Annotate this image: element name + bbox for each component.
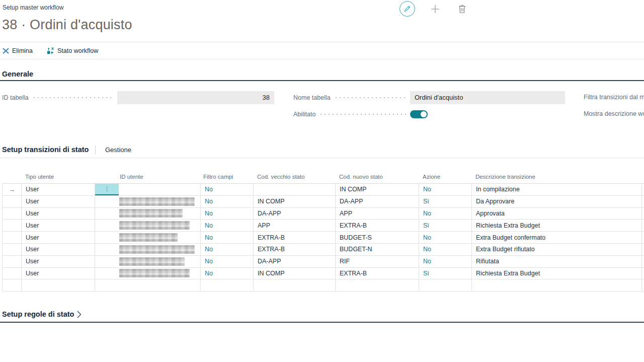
cell-cod-vecchio[interactable]: IN COMP — [254, 196, 336, 207]
cell-id-utente[interactable] — [95, 232, 201, 243]
id-tabella-input[interactable]: 38 — [117, 91, 274, 104]
censored-user-id[interactable] — [119, 257, 185, 266]
row-indicator-cell — [3, 196, 22, 207]
cell-tipo-utente[interactable]: User — [22, 220, 95, 231]
cell-filtro-campi[interactable] — [201, 279, 254, 291]
censored-user-id[interactable] — [119, 245, 195, 254]
cell-azione[interactable]: No — [419, 232, 472, 243]
cell-tipo-utente[interactable]: User — [22, 196, 95, 207]
stato-workflow-action[interactable]: Stato workflow — [47, 47, 98, 54]
cell-cod-nuovo[interactable]: EXTRA-B — [336, 220, 419, 231]
cell-cod-nuovo[interactable]: DA-APP — [336, 196, 419, 207]
column-header-cod-nuovo[interactable]: Cod. nuovo stato — [335, 170, 419, 183]
nome-tabella-input[interactable]: Ordini d'acquisto — [410, 91, 565, 104]
cell-filtro-campi[interactable]: No — [201, 244, 254, 255]
cell-filtro-campi[interactable]: No — [201, 220, 254, 231]
cell-azione[interactable]: Sì — [419, 268, 472, 279]
filler-cell — [642, 220, 644, 231]
cell-tipo-utente[interactable]: User — [22, 232, 95, 243]
cell-cod-nuovo[interactable]: EXTRA-B — [336, 268, 419, 279]
cell-tipo-utente[interactable]: User — [22, 268, 95, 279]
selected-cell[interactable]: ⋮ — [95, 184, 119, 195]
cell-cod-nuovo[interactable] — [336, 279, 419, 291]
cell-cod-nuovo[interactable]: APP — [336, 208, 419, 220]
column-header-filtro-campi[interactable]: Filtro campi — [200, 170, 253, 183]
cell-cod-vecchio[interactable]: APP — [254, 220, 336, 231]
cell-cod-nuovo[interactable]: IN COMP — [336, 184, 419, 195]
cell-descrizione[interactable] — [472, 279, 642, 291]
field-abilitato: Abilitato — [293, 107, 565, 121]
abilitato-toggle[interactable] — [410, 110, 428, 118]
cell-id-utente[interactable] — [95, 196, 201, 207]
table-row: UserNoAPPEXTRA-BSìRichiesta Extra Budget — [2, 220, 644, 232]
cell-tipo-utente[interactable]: User — [22, 256, 95, 267]
cell-filtro-campi[interactable]: No — [201, 268, 254, 279]
cell-cod-vecchio[interactable]: EXTRA-B — [254, 232, 336, 243]
cell-azione[interactable]: Sì — [419, 220, 472, 231]
censored-user-id[interactable] — [119, 221, 190, 230]
censored-user-id[interactable] — [119, 209, 183, 218]
nome-tabella-label: Nome tabella — [293, 94, 331, 101]
dotted-leader — [334, 94, 407, 101]
edit-button[interactable] — [399, 1, 415, 17]
censored-user-id[interactable] — [119, 269, 190, 277]
cell-descrizione[interactable]: In compilazione — [472, 184, 642, 195]
cell-cod-vecchio[interactable]: DA-APP — [254, 208, 336, 220]
gestione-menu[interactable]: Gestione — [105, 146, 131, 154]
delete-button[interactable] — [456, 3, 467, 15]
cell-descrizione[interactable]: Da Approvare — [472, 196, 642, 207]
filtra-transizioni-label: Filtra transizioni dal m — [584, 94, 644, 101]
cell-cod-vecchio[interactable]: DA-APP — [254, 256, 336, 267]
elimina-label: Elimina — [12, 47, 33, 54]
column-header-descrizione[interactable]: Descrizione transizione — [471, 170, 641, 183]
cell-azione[interactable] — [419, 279, 472, 291]
cell-id-utente[interactable] — [95, 256, 201, 267]
section-setup-regole[interactable]: Setup regole di stato — [2, 310, 82, 318]
elimina-action[interactable]: Elimina — [3, 47, 33, 54]
cell-cod-vecchio[interactable]: EXTRA-B — [254, 244, 336, 255]
column-header-tipo-utente[interactable]: Tipo utente — [21, 170, 95, 183]
cell-cod-nuovo[interactable]: BUDGET-N — [336, 244, 419, 255]
cell-descrizione[interactable]: Extra Budget rifiutato — [472, 244, 642, 255]
cell-filtro-campi[interactable]: No — [201, 232, 254, 243]
cell-cod-vecchio[interactable]: IN COMP — [254, 268, 336, 279]
cell-tipo-utente[interactable] — [22, 279, 95, 291]
cell-tipo-utente[interactable]: User — [22, 184, 95, 195]
column-header-id-utente[interactable]: ID utente — [95, 170, 200, 183]
cell-menu-icon[interactable]: ⋮ — [104, 186, 110, 192]
divider — [0, 158, 644, 158]
cell-filtro-campi[interactable]: No — [201, 196, 254, 207]
column-header-cod-vecchio[interactable]: Cod. vecchio stato — [253, 170, 335, 183]
censored-user-id[interactable] — [119, 197, 195, 206]
cell-azione[interactable]: No — [419, 184, 472, 195]
cell-id-utente[interactable] — [95, 220, 201, 231]
cell-descrizione[interactable]: Richiesta Extra Budget — [472, 268, 642, 279]
cell-cod-vecchio[interactable] — [254, 279, 336, 291]
censored-user-id[interactable] — [119, 233, 178, 242]
cell-cod-vecchio[interactable] — [254, 184, 336, 195]
cell-filtro-campi[interactable]: No — [201, 184, 254, 195]
cell-id-utente[interactable] — [95, 244, 201, 255]
cell-cod-nuovo[interactable]: RIF — [336, 256, 419, 267]
cell-tipo-utente[interactable]: User — [22, 208, 95, 220]
cell-id-utente[interactable] — [95, 279, 201, 291]
cell-cod-nuovo[interactable]: BUDGET-S — [336, 232, 419, 243]
cell-azione[interactable]: No — [419, 208, 472, 220]
cell-descrizione[interactable]: Extra Budget confermato — [472, 232, 642, 243]
section-underline — [0, 80, 644, 81]
cell-descrizione[interactable]: Approvata — [472, 208, 642, 220]
cell-azione[interactable]: No — [419, 244, 472, 255]
cell-filtro-campi[interactable]: No — [201, 256, 254, 267]
cell-id-utente[interactable]: ⋮ — [95, 184, 201, 195]
cell-id-utente[interactable] — [95, 208, 201, 220]
cell-azione[interactable]: Sì — [419, 196, 472, 207]
cell-descrizione[interactable]: Richiesta Extra Budget — [472, 220, 642, 231]
cell-descrizione[interactable]: Rifiutata — [472, 256, 642, 267]
cell-azione[interactable]: No — [419, 256, 472, 267]
cell-tipo-utente[interactable]: User — [22, 244, 95, 255]
chevron-right-icon — [77, 311, 82, 318]
add-button[interactable] — [429, 4, 441, 15]
cell-id-utente[interactable] — [95, 268, 201, 279]
cell-filtro-campi[interactable]: No — [201, 208, 254, 220]
column-header-azione[interactable]: Azione — [419, 170, 471, 183]
